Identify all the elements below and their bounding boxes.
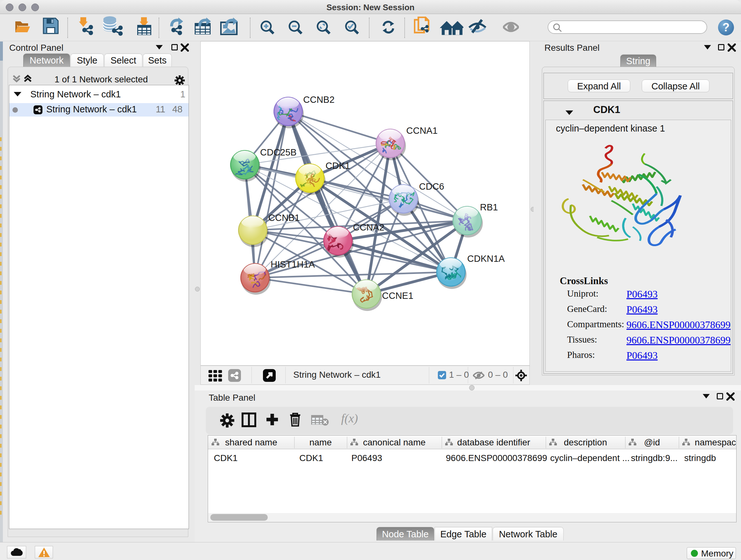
svg-text:CDC6: CDC6: [419, 181, 444, 192]
svg-text:CCNA1: CCNA1: [406, 125, 437, 136]
svg-text:CDKN1A: CDKN1A: [467, 253, 505, 264]
svg-text:HIST1H1A: HIST1H1A: [271, 259, 315, 269]
svg-text:CDC25B: CDC25B: [260, 147, 296, 158]
svg-text:RB1: RB1: [480, 202, 498, 212]
svg-text:CCNB1: CCNB1: [268, 212, 300, 223]
svg-text:CCNE1: CCNE1: [382, 291, 413, 301]
svg-text:CDK1: CDK1: [326, 161, 350, 171]
svg-text:CCNB2: CCNB2: [303, 95, 334, 105]
svg-text:CCNA2: CCNA2: [353, 222, 384, 233]
